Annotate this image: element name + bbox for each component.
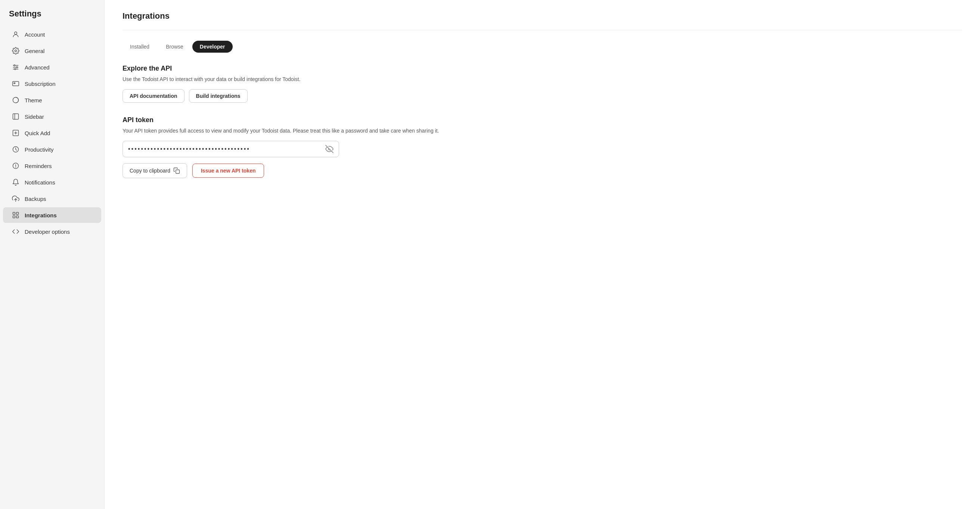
build-integrations-button[interactable]: Build integrations — [189, 89, 248, 103]
sidebar-item-productivity[interactable]: Productivity — [3, 142, 101, 157]
svg-point-1 — [15, 50, 17, 52]
subscription-icon — [12, 80, 19, 87]
issue-new-token-button[interactable]: Issue a new API token — [192, 164, 264, 178]
svg-rect-23 — [13, 216, 15, 218]
toggle-visibility-button[interactable] — [325, 145, 334, 153]
account-icon — [12, 30, 19, 38]
reminders-icon — [12, 162, 19, 170]
svg-point-6 — [16, 67, 18, 68]
backups-icon — [12, 195, 19, 202]
svg-rect-24 — [16, 216, 19, 218]
sidebar-item-general[interactable]: General — [3, 43, 101, 59]
productivity-icon — [12, 146, 19, 153]
integrations-icon — [12, 212, 19, 219]
explore-api-title: Explore the API — [123, 65, 962, 72]
tab-installed[interactable]: Installed — [123, 41, 157, 52]
notifications-icon — [12, 178, 19, 186]
sidebar-item-theme[interactable]: Theme — [3, 92, 101, 108]
developer-icon — [12, 228, 19, 235]
svg-rect-8 — [13, 81, 19, 86]
sidebar-item-sidebar[interactable]: Sidebar — [3, 109, 101, 124]
page-title: Integrations — [123, 11, 962, 21]
sidebar-label-reminders: Reminders — [25, 163, 52, 169]
sidebar-item-quickadd[interactable]: Quick Add — [3, 125, 101, 141]
sidebar-label-sidebar: Sidebar — [25, 113, 44, 120]
clipboard-icon — [173, 167, 180, 174]
token-value: •••••••••••••••••••••••••••••••••••••• — [128, 146, 325, 153]
tab-developer[interactable]: Developer — [192, 41, 233, 52]
quickadd-icon — [12, 129, 19, 137]
sidebar-label-general: General — [25, 48, 45, 54]
tabs-bar: Installed Browse Developer — [123, 41, 962, 52]
sidebar-label-integrations: Integrations — [25, 212, 57, 218]
sidebar-item-developer-options[interactable]: Developer options — [3, 224, 101, 239]
sidebar-title: Settings — [0, 9, 104, 26]
explore-api-section: Explore the API Use the Todoist API to i… — [123, 65, 962, 103]
sliders-icon — [12, 64, 19, 71]
api-token-desc: Your API token provides full access to v… — [123, 127, 962, 135]
svg-point-5 — [14, 65, 15, 66]
sidebar-label-account: Account — [25, 31, 45, 38]
api-token-title: API token — [123, 116, 962, 124]
explore-api-desc: Use the Todoist API to interact with you… — [123, 75, 962, 83]
main-content: Integrations Installed Browse Developer … — [105, 0, 980, 509]
api-token-section: API token Your API token provides full a… — [123, 116, 962, 178]
tab-browse[interactable]: Browse — [158, 41, 191, 52]
sidebar-item-backups[interactable]: Backups — [3, 191, 101, 207]
explore-api-buttons: API documentation Build integrations — [123, 89, 962, 103]
divider — [123, 30, 962, 30]
sidebar-item-integrations[interactable]: Integrations — [3, 207, 101, 223]
token-field: •••••••••••••••••••••••••••••••••••••• — [123, 141, 339, 157]
sidebar-item-reminders[interactable]: Reminders — [3, 158, 101, 173]
copy-label: Copy to clipboard — [130, 168, 170, 173]
api-docs-button[interactable]: API documentation — [123, 89, 185, 103]
theme-icon — [12, 96, 19, 104]
svg-point-7 — [14, 68, 16, 70]
svg-rect-26 — [176, 170, 180, 173]
sidebar-item-notifications[interactable]: Notifications — [3, 174, 101, 190]
sidebar-label-quickadd: Quick Add — [25, 130, 50, 136]
sidebar: Settings Account General Advanced — [0, 0, 105, 509]
sidebar-item-advanced[interactable]: Advanced — [3, 59, 101, 75]
svg-rect-21 — [13, 213, 15, 215]
sidebar-label-theme: Theme — [25, 97, 42, 103]
svg-point-0 — [14, 32, 17, 34]
sidebar-item-account[interactable]: Account — [3, 27, 101, 42]
gear-icon — [12, 47, 19, 54]
svg-point-19 — [16, 167, 16, 167]
sidebar-label-subscription: Subscription — [25, 81, 56, 87]
sidebar-label-productivity: Productivity — [25, 146, 54, 153]
token-actions: Copy to clipboard Issue a new API token — [123, 163, 962, 178]
sidebar-label-notifications: Notifications — [25, 179, 55, 186]
sidebar-label-advanced: Advanced — [25, 64, 50, 71]
sidebar-icon — [12, 113, 19, 120]
svg-rect-11 — [13, 114, 19, 119]
sidebar-label-developer-options: Developer options — [25, 229, 70, 235]
copy-to-clipboard-button[interactable]: Copy to clipboard — [123, 163, 187, 178]
svg-rect-9 — [14, 83, 15, 84]
sidebar-item-subscription[interactable]: Subscription — [3, 76, 101, 92]
sidebar-label-backups: Backups — [25, 196, 46, 202]
svg-rect-22 — [16, 213, 19, 215]
